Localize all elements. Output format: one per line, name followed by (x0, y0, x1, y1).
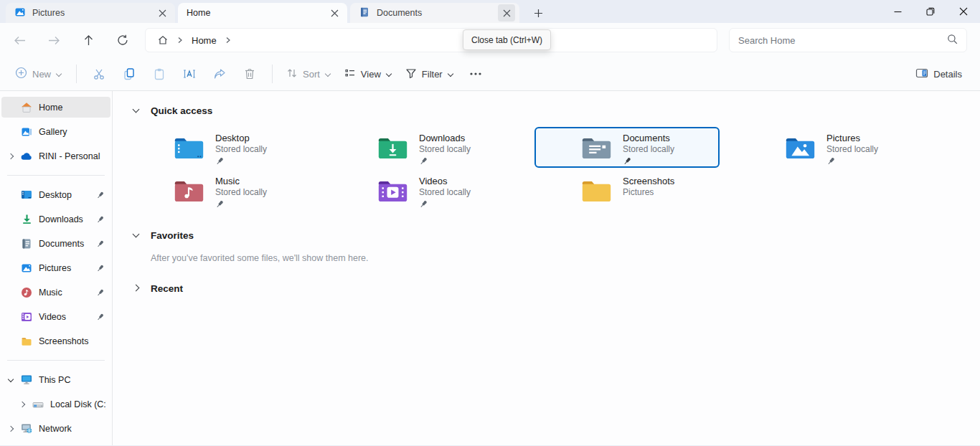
list-view-icon (344, 67, 356, 81)
tile-pictures[interactable]: Pictures Stored locally (738, 127, 923, 168)
share-button[interactable] (204, 62, 235, 86)
folder-icon (20, 336, 33, 347)
downloads-icon (20, 214, 33, 225)
breadcrumb-location[interactable]: Home (186, 33, 222, 48)
sidebar-item-videos[interactable]: Videos (1, 306, 110, 327)
window-controls (881, 0, 980, 23)
address-bar[interactable]: Home (145, 28, 717, 52)
breadcrumb-home-icon[interactable] (151, 32, 174, 48)
sidebar-item-onedrive[interactable]: RINI - Personal (1, 146, 110, 166)
delete-button[interactable] (235, 62, 265, 86)
home-icon (20, 102, 33, 113)
sidebar-separator (7, 360, 105, 361)
tile-desktop[interactable]: Desktop Stored locally (127, 127, 312, 168)
section-quick-access[interactable]: Quick access (131, 103, 980, 118)
search-icon[interactable] (947, 34, 958, 47)
pictures-icon (20, 262, 33, 274)
sidebar-item-desktop[interactable]: Desktop (1, 184, 110, 205)
pin-icon (623, 156, 674, 166)
favorites-empty-note: After you've favorited some files, we'll… (151, 253, 980, 263)
desktop-folder-icon (173, 134, 205, 161)
sidebar-item-documents[interactable]: Documents (1, 233, 110, 254)
sidebar-item-downloads[interactable]: Downloads (1, 209, 110, 229)
forward-icon[interactable] (42, 29, 66, 52)
command-bar: New Sort View Filter (0, 57, 980, 91)
filter-button[interactable]: Filter (399, 62, 461, 86)
sidebar-item-network[interactable]: Network (1, 418, 110, 439)
breadcrumb-chevron-icon[interactable] (225, 35, 231, 46)
details-button[interactable]: Details (909, 62, 969, 86)
restore-icon[interactable] (914, 0, 947, 23)
videos-folder-icon (377, 177, 409, 204)
rename-button[interactable] (174, 62, 204, 86)
view-button[interactable]: View (338, 62, 399, 86)
chevron-down-icon (448, 71, 454, 77)
sidebar-item-local-disk-c[interactable]: Local Disk (C:) (1, 394, 110, 414)
tile-downloads[interactable]: Downloads Stored locally (331, 127, 516, 168)
section-favorites[interactable]: Favorites (131, 227, 980, 243)
search-input[interactable] (738, 35, 947, 46)
tile-documents[interactable]: Documents Stored locally (534, 127, 720, 168)
sort-button[interactable]: Sort (280, 62, 338, 86)
sort-arrows-icon (286, 67, 298, 81)
chevron-right-icon[interactable] (131, 283, 141, 293)
navigation-pane: Home Gallery RINI - Personal Desktop (0, 91, 113, 445)
gallery-icon (20, 126, 33, 138)
section-recent[interactable]: Recent (131, 280, 980, 296)
chevron-right-icon[interactable] (19, 401, 26, 408)
close-tab-icon[interactable] (498, 4, 515, 22)
close-tab-tooltip: Close tab (Ctrl+W) (463, 29, 551, 50)
close-tab-icon[interactable] (154, 4, 171, 22)
chevron-right-icon[interactable] (7, 425, 14, 432)
new-tab-button[interactable] (527, 3, 550, 23)
documents-folder-icon (580, 134, 613, 161)
screenshots-folder-icon (580, 177, 613, 204)
up-icon[interactable] (76, 29, 100, 52)
pictures-icon (14, 6, 26, 20)
plus-circle-icon (15, 67, 27, 81)
documents-icon (20, 238, 33, 250)
cut-button[interactable] (84, 62, 114, 86)
search-box[interactable] (729, 28, 967, 52)
chevron-down-icon[interactable] (131, 230, 141, 240)
more-options-button[interactable] (461, 62, 491, 86)
copy-button[interactable] (114, 62, 144, 86)
close-icon[interactable] (947, 0, 980, 23)
new-button[interactable]: New (9, 62, 69, 86)
minimize-icon[interactable] (881, 0, 914, 23)
refresh-icon[interactable] (110, 29, 135, 52)
sidebar-item-gallery[interactable]: Gallery (1, 121, 110, 142)
toolbar-divider (76, 65, 77, 83)
tab-documents[interactable]: Documents (350, 3, 519, 23)
explorer-body: Home Gallery RINI - Personal Desktop (0, 91, 980, 445)
details-pane-icon (915, 67, 928, 81)
this-pc-icon (20, 374, 33, 386)
tab-pictures[interactable]: Pictures (6, 3, 175, 23)
chevron-down-icon[interactable] (7, 376, 14, 384)
sidebar-item-this-pc[interactable]: This PC (1, 369, 110, 390)
paste-button[interactable] (144, 62, 174, 86)
sidebar-item-home[interactable]: Home (1, 97, 110, 118)
back-icon[interactable] (7, 29, 32, 52)
pin-icon (95, 191, 106, 199)
music-icon (20, 287, 33, 298)
sidebar-item-pictures[interactable]: Pictures (1, 257, 110, 278)
tile-videos[interactable]: Videos Stored locally (331, 170, 516, 211)
chevron-down-icon (325, 71, 331, 77)
music-folder-icon (173, 177, 205, 204)
sidebar-item-music[interactable]: Music (1, 282, 110, 303)
pictures-folder-icon (784, 134, 816, 161)
chevron-right-icon[interactable] (7, 153, 14, 160)
tile-screenshots[interactable]: Screenshots Pictures (534, 170, 720, 211)
network-icon (20, 423, 33, 435)
tab-label: Pictures (32, 8, 147, 18)
videos-icon (20, 311, 33, 323)
pin-icon (419, 156, 471, 166)
chevron-down-icon[interactable] (131, 105, 141, 115)
tab-home[interactable]: Home (178, 3, 347, 23)
close-tab-icon[interactable] (326, 4, 343, 22)
sidebar-item-screenshots[interactable]: Screenshots (1, 331, 110, 351)
tile-music[interactable]: Music Stored locally (127, 170, 312, 211)
filter-icon (405, 67, 417, 81)
pin-icon (95, 264, 106, 272)
